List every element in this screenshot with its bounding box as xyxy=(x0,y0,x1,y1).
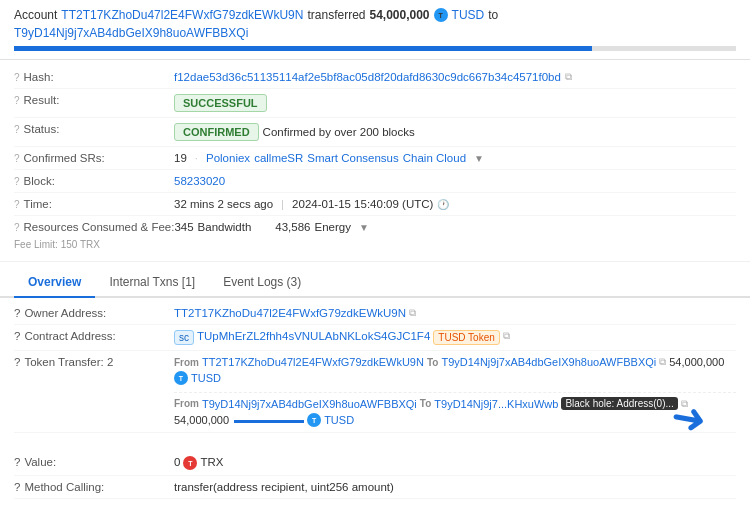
token-transfer-value: From TT2T17KZhoDu47l2E4FWxfG79zdkEWkU9N … xyxy=(174,356,736,427)
block-value: 58233020 xyxy=(174,175,736,187)
status-badge: CONFIRMED xyxy=(174,123,259,141)
to-address-link[interactable]: T9yD14Nj9j7xAB4dbGeIX9h8uoAWFBBXQi xyxy=(14,26,248,40)
confirmed-srs-label: ? Confirmed SRs: xyxy=(14,152,174,164)
srs-dropdown-icon[interactable]: ▼ xyxy=(474,153,484,164)
to1-label: To xyxy=(427,357,438,368)
value-question-icon: ? xyxy=(14,456,20,468)
progress-bar-container xyxy=(14,46,736,51)
transfer1-amount: 54,000,000 xyxy=(669,356,724,368)
result-label: ? Result: xyxy=(14,94,174,106)
tab-event-logs[interactable]: Event Logs (3) xyxy=(209,268,315,298)
transfer2-amount: 54,000,000 xyxy=(174,414,229,426)
token-name[interactable]: TUSD xyxy=(452,8,485,22)
copy-owner-icon[interactable]: ⧉ xyxy=(409,307,416,319)
hash-label: ? Hash: xyxy=(14,71,174,83)
status-label: ? Status: xyxy=(14,123,174,135)
energy-value: 43,586 xyxy=(275,221,310,233)
info-section: ? Hash: f12dae53d36c51135114af2e5bf8ac05… xyxy=(0,60,750,262)
sr3-link[interactable]: Smart Consensus xyxy=(307,152,398,164)
confirmed-srs-value: 19 · Poloniex callmeSR Smart Consensus C… xyxy=(174,152,736,164)
sr2-link[interactable]: callmeSR xyxy=(254,152,303,164)
resources-row: ? Resources Consumed & Fee: Fee Limit: 1… xyxy=(14,216,736,255)
contract-label: ? Contract Address: xyxy=(14,330,174,342)
sr1-link[interactable]: Poloniex xyxy=(206,152,250,164)
time-value: 32 mins 2 secs ago | 2024-01-15 15:40:09… xyxy=(174,198,736,210)
resources-value: 345 Bandwidth 43,586 Energy ▼ xyxy=(174,221,736,233)
transfer1-to-link[interactable]: T9yD14Nj9j7xAB4dbGeIX9h8uoAWFBBXQi xyxy=(441,356,656,368)
transfer1-row: From TT2T17KZhoDu47l2E4FWxfG79zdkEWkU9N … xyxy=(174,356,736,385)
top-banner: Account TT2T17KZhoDu47l2E4FWxfG79zdkEWkU… xyxy=(0,0,750,60)
transfer1-token-link[interactable]: TUSD xyxy=(191,372,221,384)
method-question-icon: ? xyxy=(14,481,20,493)
value-label: ? Value: xyxy=(14,456,174,468)
block-label: ? Block: xyxy=(14,175,174,187)
time-ago: 32 mins 2 secs ago xyxy=(174,198,273,210)
bandwidth-label: Bandwidth xyxy=(198,221,252,233)
status-value: CONFIRMED Confirmed by over 200 blocks xyxy=(174,123,736,141)
status-question-icon: ? xyxy=(14,124,20,135)
time-utc: 2024-01-15 15:40:09 (UTC) xyxy=(292,198,433,210)
clock-icon: 🕐 xyxy=(437,199,449,210)
token-transfer-label: ? Token Transfer: 2 xyxy=(14,356,174,368)
block-question-icon: ? xyxy=(14,176,20,187)
resources-label: ? Resources Consumed & Fee: Fee Limit: 1… xyxy=(14,221,174,250)
contract-row: ? Contract Address: sc TUpMhErZL2fhh4sVN… xyxy=(14,325,736,351)
progress-bar xyxy=(14,46,592,51)
tusd-icon: T xyxy=(434,8,448,22)
block-link[interactable]: 58233020 xyxy=(174,175,225,187)
to-label: to xyxy=(488,8,498,22)
value-value: 0 T TRX xyxy=(174,456,736,470)
time-question-icon: ? xyxy=(14,199,20,210)
resources-question-icon: ? xyxy=(14,222,20,233)
tab-overview[interactable]: Overview xyxy=(14,268,95,298)
resources-dropdown-icon[interactable]: ▼ xyxy=(359,222,369,233)
value-row: ? Value: 0 T TRX xyxy=(14,451,736,476)
contract-address-link[interactable]: TUpMhErZL2fhh4sVNULAbNKLokS4GJC1F4 xyxy=(197,330,430,342)
contract-value: sc TUpMhErZL2fhh4sVNULAbNKLokS4GJC1F4 TU… xyxy=(174,330,736,345)
to2-label: To xyxy=(420,398,431,409)
tusd-icon-1: T xyxy=(174,371,188,385)
owner-row: ? Owner Address: TT2T17KZhoDu47l2E4FWxfG… xyxy=(14,302,736,325)
tab-internal-txns[interactable]: Internal Txns [1] xyxy=(95,268,209,298)
from-address-link[interactable]: TT2T17KZhoDu47l2E4FWxfG79zdkEWkU9N xyxy=(61,8,303,22)
method-calling: transfer(address recipient, uint256 amou… xyxy=(174,481,394,493)
srs-count: 19 xyxy=(174,152,187,164)
result-row: ? Result: SUCCESSFUL xyxy=(14,89,736,118)
token-transfer-row: ? Token Transfer: 2 From TT2T17KZhoDu47l… xyxy=(14,351,736,433)
transfer2-to-link[interactable]: T9yD14Nj9j7...KHxuWwb xyxy=(434,398,558,410)
hash-link[interactable]: f12dae53d36c51135114af2e5bf8ac05d8f20daf… xyxy=(174,71,561,83)
transfer-amount: 54,000,000 xyxy=(369,8,429,22)
block-row: ? Block: 58233020 xyxy=(14,170,736,193)
owner-question-icon: ? xyxy=(14,307,20,319)
transfer2-row: From T9yD14Nj9j7xAB4dbGeIX9h8uoAWFBBXQi … xyxy=(174,392,736,427)
time-label: ? Time: xyxy=(14,198,174,210)
tusd-icon-2: T xyxy=(307,413,321,427)
contract-question-icon: ? xyxy=(14,330,20,342)
owner-address-link[interactable]: TT2T17KZhoDu47l2E4FWxfG79zdkEWkU9N xyxy=(174,307,406,319)
underline-bar xyxy=(234,420,304,423)
transfer2-token-link[interactable]: TUSD xyxy=(324,414,354,426)
method-label: ? Method Calling: xyxy=(14,481,174,493)
copy-contract-icon[interactable]: ⧉ xyxy=(503,330,510,342)
transfer1-from-link[interactable]: TT2T17KZhoDu47l2E4FWxfG79zdkEWkU9N xyxy=(202,356,424,368)
copy-to1-icon[interactable]: ⧉ xyxy=(659,356,666,368)
trx-icon: T xyxy=(183,456,197,470)
banner-prefix: Account xyxy=(14,8,57,22)
hash-value: f12dae53d36c51135114af2e5bf8ac05d8f20daf… xyxy=(174,71,736,83)
transfer2-from-link[interactable]: T9yD14Nj9j7xAB4dbGeIX9h8uoAWFBBXQi xyxy=(202,398,417,410)
sr4-link[interactable]: Chain Cloud xyxy=(403,152,466,164)
from1-label: From xyxy=(174,357,199,368)
owner-label: ? Owner Address: xyxy=(14,307,174,319)
tabs-bar: Overview Internal Txns [1] Event Logs (3… xyxy=(0,268,750,298)
bandwidth-value: 345 xyxy=(174,221,193,233)
sc-badge: sc xyxy=(174,330,194,345)
copy-hash-icon[interactable]: ⧉ xyxy=(565,71,572,83)
hash-row: ? Hash: f12dae53d36c51135114af2e5bf8ac05… xyxy=(14,66,736,89)
fee-limit: Fee Limit: 150 TRX xyxy=(14,239,100,250)
status-row: ? Status: CONFIRMED Confirmed by over 20… xyxy=(14,118,736,147)
value-token: TRX xyxy=(200,456,223,468)
status-detail: Confirmed by over 200 blocks xyxy=(263,126,415,138)
method-value: transfer(address recipient, uint256 amou… xyxy=(174,481,736,493)
token-transfer-question-icon: ? xyxy=(14,356,20,368)
black-hole-badge: Black hole: Address(0)... xyxy=(561,397,677,410)
